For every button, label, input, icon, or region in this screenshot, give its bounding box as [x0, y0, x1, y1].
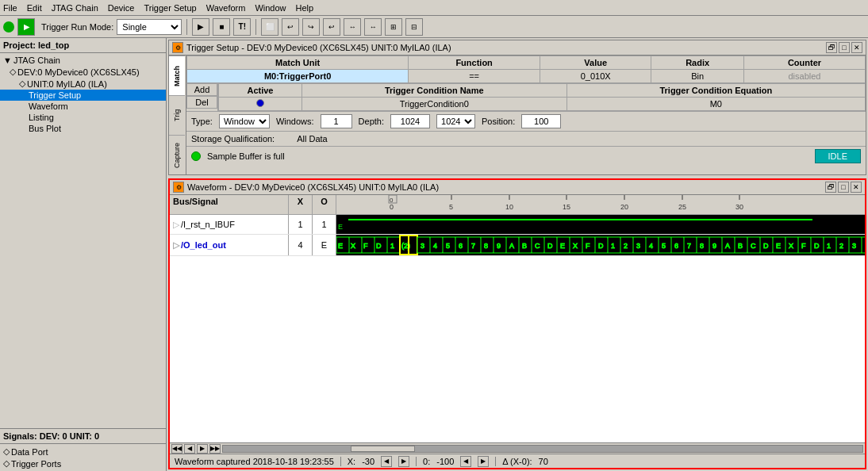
- menu-device[interactable]: Device: [108, 3, 135, 13]
- tree-device0[interactable]: ◇ DEV:0 MyDevice0 (XC6SLX45): [0, 66, 166, 78]
- led-expand-icon: ▷: [173, 240, 179, 251]
- depth-input[interactable]: [390, 114, 430, 128]
- condition-eq-cell[interactable]: M0: [567, 98, 865, 111]
- tool-1[interactable]: ⬜: [261, 18, 278, 36]
- trigger-window-title: Trigger Setup - DEV:0 MyDevice0 (XC6SLX4…: [186, 43, 451, 52]
- signals-area: ◇ Data Port ◇ Trigger Ports: [0, 444, 166, 471]
- toolbar-separator-2: [255, 19, 256, 35]
- waveform-maximize-button[interactable]: □: [838, 182, 849, 193]
- trigger-mode-select[interactable]: Single Continuous: [117, 19, 182, 35]
- type-row: Type: Window Windows: Depth: 1024 Positi…: [186, 112, 866, 132]
- waveform-titlebar: ⚙ Waveform - DEV:0 MyDevice0 (XC6SLX45) …: [170, 180, 865, 195]
- menu-help[interactable]: Help: [296, 3, 314, 13]
- waveform-status-text: Waveform captured 2018-10-18 19:23:55: [175, 457, 334, 466]
- signal-data-port[interactable]: ◇ Data Port: [0, 446, 166, 458]
- tree-area: ▼ JTAG Chain ◇ DEV:0 MyDevice0 (XC6SLX45…: [0, 53, 166, 428]
- signals-header: Signals: DEV: 0 UNIT: 0: [0, 428, 166, 444]
- svg-text:E: E: [776, 242, 781, 250]
- depth-select[interactable]: 1024: [436, 114, 475, 128]
- svg-text:1: 1: [611, 242, 615, 250]
- status-sep-1: [340, 457, 341, 466]
- svg-text:D: D: [814, 242, 820, 250]
- timeline-area: 0 0 5 10 15 20: [336, 195, 865, 214]
- x-next[interactable]: ▶: [398, 456, 409, 467]
- scroll-left-start[interactable]: ◀◀: [171, 444, 182, 454]
- tree-waveform[interactable]: Waveform: [0, 101, 166, 112]
- led-x-val: 4: [289, 235, 313, 255]
- type-select[interactable]: Window: [219, 114, 270, 128]
- tool-7[interactable]: ⊞: [385, 18, 402, 36]
- signal-col-header: Bus/Signal: [170, 195, 289, 214]
- delta-label: Δ (X-0):: [502, 457, 532, 466]
- menu-window[interactable]: Window: [255, 3, 286, 13]
- tool-4[interactable]: ↩: [323, 18, 340, 36]
- restore-button[interactable]: 🗗: [826, 42, 837, 53]
- tree-unit0[interactable]: ◇ UNIT:0 MyILA0 (ILA): [0, 78, 166, 90]
- o-prev[interactable]: ◀: [460, 456, 471, 467]
- tree-listing[interactable]: Listing: [0, 112, 166, 123]
- position-input[interactable]: [521, 114, 561, 128]
- svg-text:E: E: [560, 242, 565, 250]
- radio-active[interactable]: [256, 99, 264, 107]
- close-button[interactable]: ✕: [851, 42, 862, 53]
- tool-2[interactable]: ↩: [282, 18, 299, 36]
- menu-file[interactable]: File: [3, 3, 17, 13]
- led-wave-svg: E X F D: [336, 235, 865, 255]
- signal-name-rst[interactable]: ▷ /I_rst_n_IBUF: [170, 215, 289, 234]
- menu-waveform[interactable]: Waveform: [206, 3, 246, 13]
- maximize-button[interactable]: □: [839, 42, 850, 53]
- signal-trigger-ports[interactable]: ◇ Trigger Ports: [0, 458, 166, 469]
- add-button[interactable]: Add: [186, 83, 217, 96]
- run-button[interactable]: ▶: [17, 18, 35, 36]
- windows-input[interactable]: [321, 114, 352, 128]
- tree-bus-plot[interactable]: Bus Plot: [0, 123, 166, 134]
- trigger-button[interactable]: T!: [233, 18, 251, 36]
- x-prev[interactable]: ◀: [381, 456, 392, 467]
- type-label: Type:: [191, 117, 213, 126]
- rst-wave-svg: E: [336, 215, 865, 234]
- waveform-close-button[interactable]: ✕: [851, 182, 862, 193]
- svg-text:4: 4: [433, 242, 437, 250]
- scroll-left[interactable]: ◀: [184, 444, 195, 454]
- side-tab-trig[interactable]: Trig: [169, 95, 185, 135]
- hscroll-thumb[interactable]: [351, 446, 415, 452]
- function-cell[interactable]: ==: [409, 70, 540, 83]
- svg-text:15: 15: [563, 203, 570, 211]
- match-unit-cell[interactable]: M0:TriggerPort0: [187, 70, 409, 83]
- menu-trigger-setup[interactable]: Trigger Setup: [144, 3, 196, 13]
- svg-text:F: F: [363, 242, 368, 250]
- svg-text:D: D: [376, 242, 382, 250]
- waveform-body: Bus/Signal X O 0 0 5: [170, 195, 865, 468]
- tool-6[interactable]: ↔: [364, 18, 382, 36]
- menu-edit[interactable]: Edit: [27, 3, 42, 13]
- svg-text:25: 25: [678, 203, 686, 211]
- svg-text:3: 3: [636, 242, 640, 250]
- value-cell[interactable]: 0_010X: [540, 70, 651, 83]
- tree-trigger-setup[interactable]: Trigger Setup: [0, 90, 166, 101]
- tool-5[interactable]: ↔: [344, 18, 361, 36]
- tool-8[interactable]: ⊟: [405, 18, 423, 36]
- menu-jtag-chain[interactable]: JTAG Chain: [52, 3, 98, 13]
- signal-name-led[interactable]: ▷ /O_led_out: [170, 235, 289, 255]
- stop-button[interactable]: ■: [213, 18, 230, 36]
- play-button[interactable]: ▶: [192, 18, 209, 36]
- idle-button[interactable]: IDLE: [815, 149, 861, 163]
- sample-indicator: [191, 151, 201, 161]
- side-tab-capture[interactable]: Capture: [169, 135, 185, 174]
- device-icon: ◇: [10, 67, 16, 77]
- condition-name-cell[interactable]: TriggerCondition0: [301, 98, 567, 111]
- side-tab-match[interactable]: Match: [169, 56, 185, 95]
- tool-3[interactable]: ↪: [302, 18, 320, 36]
- o-next[interactable]: ▶: [478, 456, 489, 467]
- scroll-right-end[interactable]: ▶▶: [209, 444, 221, 454]
- del-button[interactable]: Del: [186, 96, 217, 109]
- hscroll-track[interactable]: [222, 445, 863, 453]
- svg-text:1: 1: [390, 242, 394, 250]
- active-cell[interactable]: [219, 98, 302, 111]
- svg-text:A: A: [725, 242, 730, 250]
- radix-cell[interactable]: Bin: [651, 70, 744, 83]
- scroll-right[interactable]: ▶: [197, 444, 208, 454]
- waveform-restore-button[interactable]: 🗗: [825, 182, 836, 193]
- tree-jtag-chain[interactable]: ▼ JTAG Chain: [0, 55, 166, 66]
- right-panel: ⚙ Trigger Setup - DEV:0 MyDevice0 (XC6SL…: [167, 38, 868, 471]
